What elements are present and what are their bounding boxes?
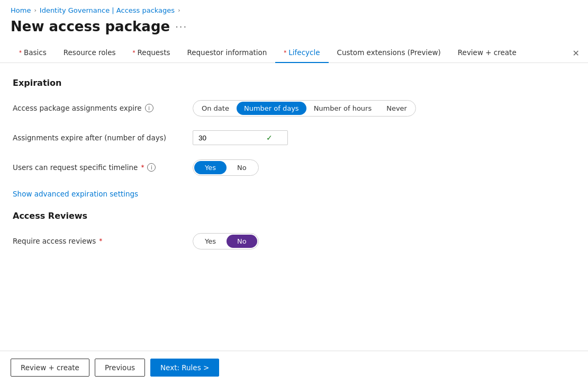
tab-custom-extensions[interactable]: Custom extensions (Preview) (329, 43, 449, 63)
expire-after-checkmark: ✓ (266, 133, 273, 142)
expire-after-input-wrapper: ✓ (193, 130, 288, 145)
tabs-bar: * Basics Resource roles * Requests Reque… (0, 43, 588, 63)
specific-timeline-info-icon[interactable]: i (147, 163, 156, 172)
access-reviews-section-title: Access Reviews (13, 211, 575, 221)
show-advanced-link[interactable]: Show advanced expiration settings (13, 190, 138, 198)
next-button[interactable]: Next: Rules > (150, 359, 219, 377)
tab-requests-label: Requests (138, 48, 170, 57)
page-header: New access package ··· (0, 16, 588, 43)
expire-option-on-date[interactable]: On date (194, 102, 237, 115)
previous-button[interactable]: Previous (95, 359, 145, 377)
review-create-button[interactable]: Review + create (11, 359, 89, 377)
specific-timeline-label-text: Users can request specific timeline (13, 163, 138, 172)
page-title: New access package (11, 19, 170, 34)
specific-timeline-yes[interactable]: Yes (194, 161, 227, 174)
tab-basics[interactable]: * Basics (11, 43, 55, 63)
specific-timeline-star: * (141, 164, 144, 171)
require-reviews-label-text: Require access reviews (13, 237, 96, 245)
require-reviews-label: Require access reviews * (13, 237, 193, 245)
page-wrapper: Home › Identity Governance | Access pack… (0, 0, 588, 384)
expire-option-number-of-days[interactable]: Number of days (237, 102, 306, 115)
tab-lifecycle-label: Lifecycle (288, 48, 320, 57)
expire-after-row: Assignments expire after (number of days… (13, 128, 575, 147)
tab-requestor-info[interactable]: Requestor information (178, 43, 275, 63)
expire-option-number-of-hours[interactable]: Number of hours (306, 102, 379, 115)
tab-lifecycle[interactable]: * Lifecycle (275, 43, 328, 63)
footer: Review + create Previous Next: Rules > (0, 351, 588, 384)
require-reviews-no[interactable]: No (227, 235, 257, 248)
tab-requests-star: * (133, 50, 135, 56)
expire-after-label-text: Assignments expire after (number of days… (13, 133, 166, 142)
expire-after-label: Assignments expire after (number of days… (13, 133, 193, 142)
tab-custom-extensions-label: Custom extensions (Preview) (337, 48, 441, 57)
specific-timeline-yn: Yes No (193, 159, 259, 176)
tab-basics-label: Basics (24, 48, 47, 57)
tab-resource-roles[interactable]: Resource roles (55, 43, 124, 63)
breadcrumb-identity-governance[interactable]: Identity Governance | Access packages (40, 6, 175, 14)
tab-basics-star: * (19, 50, 22, 56)
expire-option-never[interactable]: Never (379, 102, 414, 115)
breadcrumb-chevron-2: › (178, 7, 180, 14)
tab-review-create[interactable]: Review + create (449, 43, 525, 63)
main-content: Expiration Access package assignments ex… (0, 63, 588, 351)
assignments-expire-info-icon[interactable]: i (145, 104, 153, 112)
require-reviews-star: * (99, 237, 102, 245)
expire-after-input[interactable] (198, 134, 262, 142)
breadcrumb: Home › Identity Governance | Access pack… (0, 0, 588, 16)
require-reviews-row: Require access reviews * Yes No (13, 231, 575, 251)
breadcrumb-home[interactable]: Home (11, 6, 31, 14)
assignments-expire-label-text: Access package assignments expire (13, 104, 142, 112)
tab-requestor-info-label: Requestor information (187, 48, 267, 57)
assignments-expire-row: Access package assignments expire i On d… (13, 99, 575, 118)
tab-lifecycle-star: * (284, 50, 286, 56)
assignments-expire-label: Access package assignments expire i (13, 104, 193, 112)
ellipsis-menu[interactable]: ··· (175, 21, 187, 32)
tab-resource-roles-label: Resource roles (64, 48, 116, 57)
assignments-expire-segmented: On date Number of days Number of hours N… (193, 100, 416, 117)
specific-timeline-label: Users can request specific timeline * i (13, 163, 193, 172)
breadcrumb-chevron-1: › (34, 7, 36, 14)
specific-timeline-row: Users can request specific timeline * i … (13, 158, 575, 177)
close-button[interactable]: ✕ (568, 46, 584, 60)
require-reviews-yn: Yes No (193, 233, 259, 249)
specific-timeline-no[interactable]: No (227, 161, 257, 174)
require-reviews-yes[interactable]: Yes (194, 235, 227, 248)
tab-review-create-label: Review + create (458, 48, 517, 57)
expiration-section-title: Expiration (13, 78, 575, 88)
tab-requests[interactable]: * Requests (124, 43, 179, 63)
advanced-settings-container: Show advanced expiration settings (13, 187, 575, 198)
